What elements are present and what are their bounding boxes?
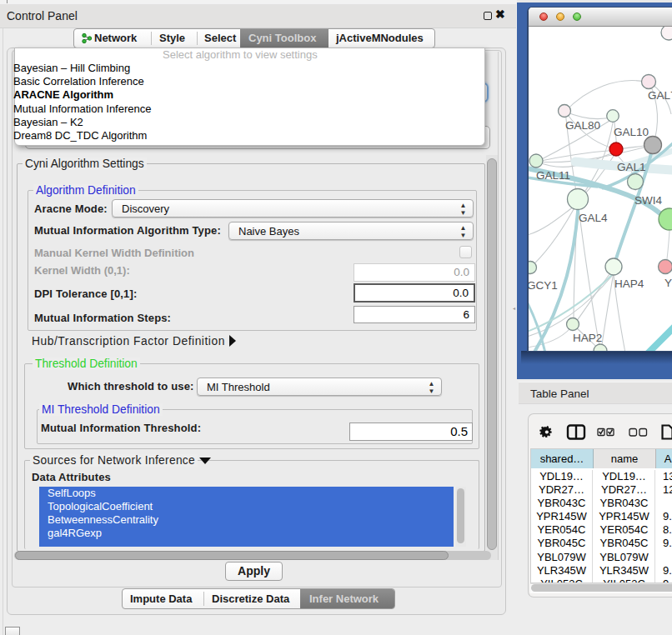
- svg-text:GCY1: GCY1: [529, 279, 558, 292]
- svg-text:SWI4: SWI4: [634, 194, 662, 207]
- svg-text:Y: Y: [664, 277, 672, 289]
- svg-text:GAL1: GAL1: [617, 161, 646, 173]
- svg-text:HAP4: HAP4: [614, 278, 644, 290]
- svg-text:HAP2: HAP2: [573, 332, 602, 344]
- svg-text:GAL4: GAL4: [579, 212, 608, 224]
- svg-text:GAL11: GAL11: [536, 169, 570, 182]
- svg-text:GAL10: GAL10: [614, 126, 649, 138]
- svg-text:GAL80: GAL80: [565, 119, 600, 132]
- svg-text:GAL7: GAL7: [648, 89, 672, 102]
